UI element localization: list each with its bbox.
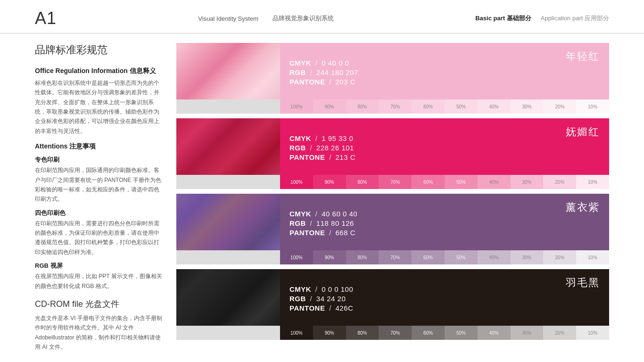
swatch-pink-20%: 20% xyxy=(543,99,576,114)
cmyk-lavender: CMYK / 40 60 0 40 xyxy=(289,210,600,218)
swatch-lavender-50%: 50% xyxy=(445,250,478,264)
sub-cmyk-title: 四色印刷色 xyxy=(35,209,162,217)
swatch-lavender-10%: 10% xyxy=(576,250,609,264)
swatch-black-100%: 100% xyxy=(280,326,313,340)
cmyk-pink: CMYK / 0 40 0 0 xyxy=(289,59,600,67)
swatch-magenta-30%: 30% xyxy=(511,175,544,189)
swatch-lavender-100%: 100% xyxy=(280,250,313,264)
swatch-black-60%: 60% xyxy=(412,326,445,340)
swatch-pink-90%: 90% xyxy=(313,99,346,114)
color-block-lavender: 薰衣紫CMYK / 40 60 0 40RGB / 118 80 126PANT… xyxy=(176,194,609,264)
swatch-magenta-40%: 40% xyxy=(478,175,511,189)
swatch-magenta-70%: 70% xyxy=(379,175,412,189)
color-info-magenta: 妩媚红CMYK / 1 95 33 0RGB / 228 26 101PANTO… xyxy=(280,118,609,175)
swatch-pink-50%: 50% xyxy=(445,99,478,114)
swatch-black-30%: 30% xyxy=(511,326,544,340)
swatch-black-40%: 40% xyxy=(478,326,511,340)
swatch-magenta-60%: 60% xyxy=(412,175,445,189)
swatch-pink-100%: 100% xyxy=(280,99,313,114)
color-image-black xyxy=(176,269,280,326)
pantone-pink: PANTONE / 203 C xyxy=(289,78,600,86)
swatch-pink-80%: 80% xyxy=(346,99,379,114)
color-block-pink: 年轻红CMYK / 0 40 0 0RGB / 244 180 207PANTO… xyxy=(176,43,609,114)
vis-label-cn: 品牌视觉形象识别系统 xyxy=(272,14,334,23)
pantone-magenta: PANTONE / 213 C xyxy=(289,153,600,161)
swatch-pink-40%: 40% xyxy=(478,99,511,114)
swatch-pink-60%: 60% xyxy=(412,99,445,114)
swatch-lavender-90%: 90% xyxy=(313,250,346,264)
swatch-pink-10%: 10% xyxy=(576,99,609,114)
swatch-lavender-70%: 70% xyxy=(379,250,412,264)
section-regulation-body: 标准色彩在识别系统中是超越一切形态而为先的个性载体。它能有效地区分与强调形象的差… xyxy=(35,78,162,136)
color-block-magenta: 妩媚红CMYK / 1 95 33 0RGB / 228 26 101PANTO… xyxy=(176,118,609,189)
swatch-magenta-90%: 90% xyxy=(313,175,346,189)
swatch-black-10%: 10% xyxy=(576,326,609,340)
rgb-black: RGB / 34 24 20 xyxy=(289,295,600,303)
color-info-black: 羽毛黑CMYK / 0 0 0 100RGB / 34 24 20PANTONE… xyxy=(280,269,609,326)
header-nav: Basic part 基础部分 Application part 应用部分 xyxy=(475,14,609,23)
main-content: 品牌标准彩规范 Office Regulation Information 信息… xyxy=(0,43,644,359)
sub-print-body: 在印刷范围内应用，国际通用的印刷颜色标准。客户与印厂之间需要有统一的 PANTO… xyxy=(35,165,162,204)
swatch-bar-lavender: 100%90%80%70%60%50%40%30%20%10% xyxy=(176,250,609,264)
sidebar: 品牌标准彩规范 Office Regulation Information 信息… xyxy=(35,43,162,359)
cmyk-black: CMYK / 0 0 0 100 xyxy=(289,285,600,293)
vis-label-en: Visual Identity System xyxy=(198,15,258,22)
color-name-magenta: 妩媚红 xyxy=(566,125,600,139)
swatch-magenta-80%: 80% xyxy=(346,175,379,189)
rgb-magenta: RGB / 228 26 101 xyxy=(289,144,600,152)
color-name-pink: 年轻红 xyxy=(566,49,600,64)
header: A1 Visual Identity System 品牌视觉形象识别系统 Bas… xyxy=(0,0,644,33)
swatch-lavender-80%: 80% xyxy=(346,250,379,264)
swatch-black-80%: 80% xyxy=(346,326,379,340)
swatch-magenta-50%: 50% xyxy=(445,175,478,189)
pantone-black: PANTONE / 426C xyxy=(289,304,600,312)
color-name-lavender: 薰衣紫 xyxy=(566,200,600,214)
rgb-lavender: RGB / 118 80 126 xyxy=(289,219,600,227)
sub-rgb-body: 在视屏范围内应用，比如 PPT 展示文件，图像相关的颜色也要转化成 RGB 格式… xyxy=(35,272,162,291)
swatch-black-20%: 20% xyxy=(543,326,576,340)
cdrom-title: CD-ROM file 光盘文件 xyxy=(35,298,162,310)
page-title: A1 xyxy=(35,8,57,28)
swatch-pink-70%: 70% xyxy=(379,99,412,114)
section-cdrom: CD-ROM file 光盘文件 光盘文件是本 VI 手册电子文件的集合，内含手… xyxy=(35,298,162,352)
section-attentions: Attentions 注意事项 专色印刷 在印刷范围内应用，国际通用的印刷颜色标… xyxy=(35,142,162,291)
sub-cmyk-body: 在印刷范围内应用，需要进行四色分色印刷时所需的颜色标准，为保证印刷的色彩质量，请… xyxy=(35,219,162,257)
swatch-magenta-20%: 20% xyxy=(543,175,576,189)
cdrom-body: 光盘文件是本 VI 手册电子文件的集合，内含手册制作时的专用软件格式文件。其中 … xyxy=(35,313,162,352)
color-image-magenta xyxy=(176,118,280,175)
cmyk-magenta: CMYK / 1 95 33 0 xyxy=(289,134,600,142)
color-image-lavender xyxy=(176,194,280,250)
swatch-black-70%: 70% xyxy=(379,326,412,340)
swatch-lavender-40%: 40% xyxy=(478,250,511,264)
swatches-area: 年轻红CMYK / 0 40 0 0RGB / 244 180 207PANTO… xyxy=(176,43,609,359)
sub-print-title: 专色印刷 xyxy=(35,156,162,164)
color-image-pink xyxy=(176,43,280,99)
section-attentions-title: Attentions 注意事项 xyxy=(35,142,162,151)
color-name-black: 羽毛黑 xyxy=(566,276,600,290)
swatch-black-50%: 50% xyxy=(445,326,478,340)
swatch-black-90%: 90% xyxy=(313,326,346,340)
swatch-lavender-20%: 20% xyxy=(543,250,576,264)
section-regulation-title: Office Regulation Information 信息释义 xyxy=(35,67,162,75)
swatch-bar-pink: 100%90%80%70%60%50%40%30%20%10% xyxy=(176,99,609,114)
section-regulation: Office Regulation Information 信息释义 标准色彩在… xyxy=(35,67,162,136)
swatch-bar-black: 100%90%80%70%60%50%40%30%20%10% xyxy=(176,326,609,340)
pantone-lavender: PANTONE / 668 C xyxy=(289,229,600,237)
color-info-lavender: 薰衣紫CMYK / 40 60 0 40RGB / 118 80 126PANT… xyxy=(280,194,609,250)
swatch-magenta-100%: 100% xyxy=(280,175,313,189)
swatch-lavender-30%: 30% xyxy=(511,250,544,264)
nav-application[interactable]: Application part 应用部分 xyxy=(541,14,609,23)
header-center: Visual Identity System 品牌视觉形象识别系统 xyxy=(198,14,334,23)
nav-basic[interactable]: Basic part 基础部分 xyxy=(475,14,531,23)
sub-rgb-title: RGB 视屏 xyxy=(35,262,162,270)
color-block-black: 羽毛黑CMYK / 0 0 0 100RGB / 34 24 20PANTONE… xyxy=(176,269,609,340)
swatch-pink-30%: 30% xyxy=(511,99,544,114)
swatch-bar-magenta: 100%90%80%70%60%50%40%30%20%10% xyxy=(176,175,609,189)
swatch-lavender-60%: 60% xyxy=(412,250,445,264)
sidebar-main-title: 品牌标准彩规范 xyxy=(35,43,162,58)
color-info-pink: 年轻红CMYK / 0 40 0 0RGB / 244 180 207PANTO… xyxy=(280,43,609,99)
swatch-magenta-10%: 10% xyxy=(576,175,609,189)
rgb-pink: RGB / 244 180 207 xyxy=(289,68,600,76)
